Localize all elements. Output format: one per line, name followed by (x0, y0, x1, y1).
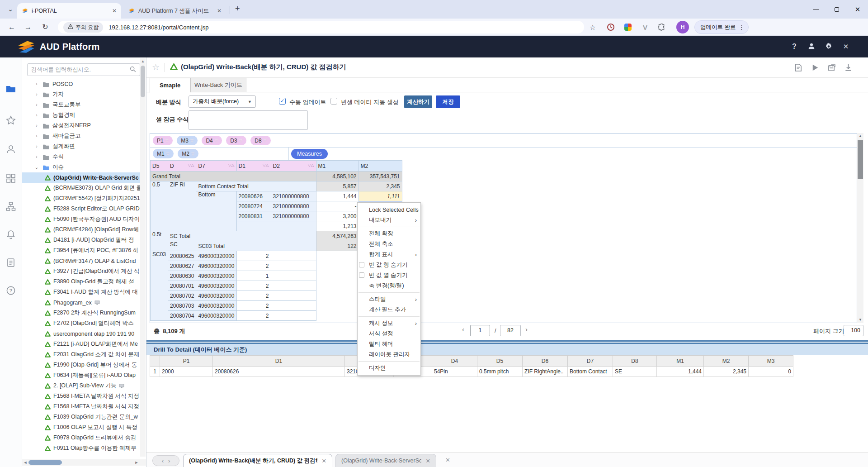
filter-funnel-icon[interactable]: ▽ (264, 138, 267, 143)
filter-funnel-icon[interactable]: ▽ (215, 138, 218, 143)
cell-m1[interactable]: 2 (236, 251, 271, 261)
auto-empty-cell-checkbox[interactable] (330, 98, 337, 105)
menu-item[interactable]: 서식 설정 (358, 329, 420, 339)
drill-cell[interactable]: 54Pin (432, 367, 477, 377)
menu-checkbox[interactable] (359, 272, 364, 278)
sidebar-item[interactable]: F2870 2차 계산식 RunngingSum (22, 308, 141, 318)
cell-d1[interactable] (236, 221, 271, 231)
cell-d1[interactable]: 20080702 (168, 291, 196, 301)
menu-item[interactable]: 내보내기› (358, 215, 420, 225)
cell-d1[interactable]: 20080701 (168, 281, 196, 291)
rail-sitemap-icon[interactable] (6, 201, 16, 211)
extension-clock-icon[interactable] (606, 22, 616, 32)
pivot-field-p1[interactable]: P1▽ (153, 136, 173, 145)
sidebar-folder[interactable]: ›수식 (22, 152, 141, 162)
cell-d2[interactable]: 496000320000 (196, 301, 236, 311)
drill-cell[interactable]: ZIF RightAngle.. (523, 367, 568, 377)
calculate-button[interactable]: 계산하기 (404, 95, 432, 108)
scrollbar-thumb[interactable] (141, 66, 145, 97)
sidebar-item[interactable]: F3890 Olap-Grid 틀고정 해제 설 (22, 276, 141, 287)
drill-cell[interactable]: 20080626 (213, 367, 345, 377)
menu-item[interactable]: 축 변경(행/렬) (358, 281, 420, 291)
sidebar-item[interactable]: (BCRM#F5542) [정기패키지20251 (22, 193, 141, 204)
sidebar-folder-open[interactable]: ⌄이슈 (22, 162, 141, 172)
cell-d7[interactable]: Bottom (196, 191, 236, 231)
chrome-menu-dots-icon[interactable]: ⋮ (738, 24, 745, 31)
sidebar-vertical-scrollbar[interactable]: ▲ (140, 58, 146, 457)
sidebar-item[interactable]: (BCRM#F3147) OLAP & ListGrid (22, 256, 141, 266)
drill-cell[interactable]: 1,444 (657, 367, 704, 377)
rail-user-icon[interactable] (6, 144, 16, 154)
sidebar-item[interactable]: F2121 [i-AUD] OLAP화면에서 Me (22, 339, 141, 349)
rail-clipboard-icon[interactable] (6, 257, 16, 267)
tab-close-icon[interactable]: ✕ (112, 8, 117, 14)
doc-tab-active[interactable]: (OlapGrid) Write-Back(배분 하기, CRUD) 값 점검하… (183, 454, 332, 467)
cell-d1[interactable]: 20080703 (168, 301, 196, 311)
window-close-button[interactable]: ✕ (847, 0, 868, 19)
download-icon[interactable] (844, 63, 853, 72)
menu-item[interactable]: 디자인 (358, 363, 420, 373)
window-maximize-button[interactable] (826, 0, 847, 19)
scroll-up-icon[interactable]: ▲ (857, 133, 863, 139)
drill-col-header[interactable]: M2 (704, 356, 749, 367)
settings-gear-icon[interactable] (824, 42, 834, 51)
cell-m1[interactable]: 2 (236, 291, 271, 301)
cell-d2[interactable]: 321000000800 (271, 201, 316, 211)
sidebar-item[interactable]: F2031 OlagGrid 소계 값 차이 문제 (22, 349, 141, 360)
measures-pill[interactable]: Measures (291, 149, 328, 159)
extensions-puzzle-icon[interactable] (656, 22, 666, 32)
save-button[interactable]: 저장 (436, 95, 460, 108)
menu-item[interactable]: 멀티 헤더 (358, 339, 420, 349)
platform-close-icon[interactable]: ✕ (841, 42, 851, 51)
pivot-field-m1[interactable]: M1▽ (153, 149, 174, 158)
current-page-input[interactable]: 1 (470, 325, 490, 336)
rail-grid-icon[interactable] (6, 173, 16, 183)
menu-item[interactable]: 전체 확장 (358, 229, 420, 239)
refresh-icon[interactable]: ↻ (40, 22, 51, 33)
sidebar-folder[interactable]: ›설계화면 (22, 141, 141, 152)
scroll-left-icon[interactable]: ◄ (22, 460, 28, 465)
rail-star-icon[interactable] (6, 115, 16, 125)
sidebar-item[interactable]: F0978 OlapGrid 트리뷰에서 숨김 (22, 433, 141, 443)
drill-col-header[interactable]: D5 (477, 356, 523, 367)
tab-writeback-guide[interactable]: Write-Back 가이드 (190, 78, 246, 92)
sidebar-item-selected[interactable]: (OlapGrid) Write-Back-ServerSc (22, 172, 141, 183)
cell-m1[interactable]: 1 (236, 271, 271, 281)
sidebar-search-input[interactable]: 검색어를 입력하십시오. (27, 63, 140, 76)
menu-item[interactable]: 계산 필드 추가 (358, 305, 420, 315)
cell-d5[interactable]: 0.5t (151, 231, 168, 251)
pivot-field-m2[interactable]: M2▽ (178, 149, 198, 158)
cell-d[interactable]: SC (168, 241, 196, 251)
save-report-icon[interactable] (827, 63, 836, 72)
tab-smaple[interactable]: Smaple (150, 78, 190, 93)
cell-d7[interactable]: SC03 (151, 251, 168, 321)
menu-item[interactable]: 스타일› (358, 294, 420, 305)
cell-d5[interactable]: 0.5 (151, 181, 168, 231)
prev-page-icon[interactable]: ‹ (462, 325, 464, 333)
cell-m2[interactable] (271, 311, 316, 321)
col-header-m1[interactable]: M1 (316, 161, 359, 172)
cell-m2-edited[interactable]: 1,111 (359, 191, 402, 201)
cell-m2[interactable] (271, 301, 316, 311)
menu-checkbox[interactable] (359, 262, 364, 267)
scrollbar-thumb[interactable] (858, 140, 863, 179)
sidebar-item[interactable]: F1006 OLAP 보고서 실행 시 특정 (22, 422, 141, 433)
menu-item[interactable]: 빈 값 열 숨기기 (358, 270, 420, 281)
sidebar-folder[interactable]: ›POSCO (22, 79, 141, 89)
sidebar-folder[interactable]: ›농협경제 (22, 110, 141, 120)
sidebar-item[interactable]: Phagogram_ex (22, 297, 141, 308)
cell-d2[interactable]: 496000320000 (196, 311, 236, 321)
menu-item[interactable]: Lock Selected Cells (358, 205, 420, 215)
sidebar-horizontal-scrollbar[interactable]: ◄ ► (22, 459, 146, 466)
filter-funnel-icon[interactable]: ▽ (191, 152, 194, 156)
cell-m2[interactable] (271, 271, 316, 281)
sidebar-folder[interactable]: ›삼성전자NERP (22, 120, 141, 131)
grid-vertical-scrollbar[interactable]: ▲ ▼ (857, 133, 863, 323)
cell-lock-formula-textarea[interactable] (189, 110, 308, 130)
cell-m2[interactable]: 2,345 (359, 181, 402, 191)
pivot-field-m3[interactable]: M3▽ (177, 136, 198, 145)
drill-col-header[interactable]: M1 (657, 356, 704, 367)
rail-bell-icon[interactable] (6, 229, 16, 239)
menu-item[interactable]: 빈 값 행 숨기기 (358, 260, 420, 270)
sidebar-item[interactable]: usercomponent olap 190 191 90 (22, 329, 141, 339)
